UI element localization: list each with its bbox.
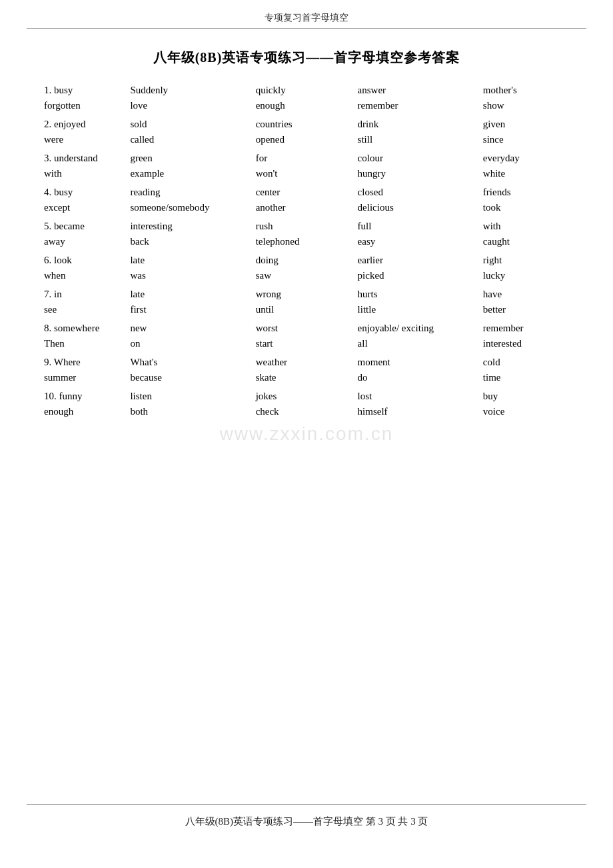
table-cell: enjoyable/ exciting <box>354 321 479 336</box>
table-cell: 8. somewhere <box>40 321 126 336</box>
table-cell: away <box>40 234 126 253</box>
table-cell: all <box>354 336 479 355</box>
table-cell: quickly <box>252 83 354 98</box>
header-text: 专项复习首字母填空 <box>265 13 348 23</box>
table-row: whenwassawpickedlucky <box>40 268 573 287</box>
table-cell: see <box>40 302 126 321</box>
table-cell: Then <box>40 336 126 355</box>
table-cell: with <box>40 166 126 185</box>
table-cell: 5. became <box>40 219 126 234</box>
footer-inner: 八年级(8B)英语专项练习——首字母填空 第 3 页 共 3 页 <box>27 804 586 828</box>
table-row: werecalledopenedstillsince <box>40 132 573 151</box>
table-cell: 7. in <box>40 287 126 302</box>
table-cell: 10. funny <box>40 389 126 404</box>
table-cell: enough <box>252 98 354 117</box>
footer-text: 八年级(8B)英语专项练习——首字母填空 第 3 页 共 3 页 <box>185 816 428 827</box>
table-cell: was <box>126 268 251 287</box>
table-cell: start <box>252 336 354 355</box>
table-cell: opened <box>252 132 354 151</box>
table-row: exceptsomeone/somebodyanotherdeliciousto… <box>40 200 573 219</box>
table-cell: another <box>252 200 354 219</box>
table-cell: 9. Where <box>40 355 126 370</box>
table-cell: 6. look <box>40 253 126 268</box>
table-cell: forgotten <box>40 98 126 117</box>
table-cell: caught <box>479 234 573 253</box>
table-row: 8. somewherenewworstenjoyable/ excitingr… <box>40 321 573 336</box>
table-cell: new <box>126 321 251 336</box>
table-cell: easy <box>354 234 479 253</box>
table-cell: sold <box>126 117 251 132</box>
table-row: withexamplewon'thungrywhite <box>40 166 573 185</box>
table-row: 5. becameinterestingrushfullwith <box>40 219 573 234</box>
table-cell: jokes <box>252 389 354 404</box>
table-cell: drink <box>354 117 479 132</box>
table-cell: late <box>126 253 251 268</box>
table-cell: summer <box>40 370 126 389</box>
table-row: enoughbothcheckhimselfvoice <box>40 404 573 423</box>
table-cell: because <box>126 370 251 389</box>
table-cell: doing <box>252 253 354 268</box>
table-cell: center <box>252 185 354 200</box>
table-cell: have <box>479 287 573 302</box>
table-cell: white <box>479 166 573 185</box>
table-row: forgottenloveenoughremembershow <box>40 98 573 117</box>
table-row: 9. WhereWhat'sweathermomentcold <box>40 355 573 370</box>
table-cell: example <box>126 166 251 185</box>
table-cell: lucky <box>479 268 573 287</box>
table-cell: countries <box>252 117 354 132</box>
table-cell: except <box>40 200 126 219</box>
table-cell: remember <box>479 321 573 336</box>
table-cell: called <box>126 132 251 151</box>
answer-table: 1. busySuddenlyquicklyanswermother'sforg… <box>40 83 573 423</box>
table-row: awaybacktelephonedeasycaught <box>40 234 573 253</box>
page-wrapper: 专项复习首字母填空 八年级(8B)英语专项练习——首字母填空参考答案 1. bu… <box>0 0 613 868</box>
footer-bar: 八年级(8B)英语专项练习——首字母填空 第 3 页 共 3 页 <box>0 804 613 828</box>
table-row: 3. understandgreenforcoloureveryday <box>40 151 573 166</box>
table-cell: What's <box>126 355 251 370</box>
table-cell: for <box>252 151 354 166</box>
table-cell: until <box>252 302 354 321</box>
table-cell: given <box>479 117 573 132</box>
table-cell: full <box>354 219 479 234</box>
table-cell: 3. understand <box>40 151 126 166</box>
table-cell: saw <box>252 268 354 287</box>
table-cell: both <box>126 404 251 423</box>
table-cell: rush <box>252 219 354 234</box>
table-row: summerbecauseskatedotime <box>40 370 573 389</box>
table-cell: check <box>252 404 354 423</box>
table-cell: voice <box>479 404 573 423</box>
table-cell: lost <box>354 389 479 404</box>
table-cell: time <box>479 370 573 389</box>
table-row: 7. inlatewronghurtshave <box>40 287 573 302</box>
table-cell: moment <box>354 355 479 370</box>
table-row: 1. busySuddenlyquicklyanswermother's <box>40 83 573 98</box>
table-cell: mother's <box>479 83 573 98</box>
table-cell: closed <box>354 185 479 200</box>
table-cell: everyday <box>479 151 573 166</box>
table-cell: on <box>126 336 251 355</box>
table-cell: colour <box>354 151 479 166</box>
table-cell: when <box>40 268 126 287</box>
table-cell: hurts <box>354 287 479 302</box>
table-cell: cold <box>479 355 573 370</box>
table-cell: first <box>126 302 251 321</box>
table-cell: back <box>126 234 251 253</box>
table-cell: 2. enjoyed <box>40 117 126 132</box>
table-cell: right <box>479 253 573 268</box>
table-row: seefirstuntillittlebetter <box>40 302 573 321</box>
table-cell: listen <box>126 389 251 404</box>
table-cell: reading <box>126 185 251 200</box>
table-cell: still <box>354 132 479 151</box>
table-row: 4. busyreadingcenterclosedfriends <box>40 185 573 200</box>
table-cell: won't <box>252 166 354 185</box>
table-cell: weather <box>252 355 354 370</box>
table-row: Thenonstartallinterested <box>40 336 573 355</box>
table-cell: telephoned <box>252 234 354 253</box>
table-cell: interesting <box>126 219 251 234</box>
table-cell: with <box>479 219 573 234</box>
table-cell: skate <box>252 370 354 389</box>
table-cell: worst <box>252 321 354 336</box>
page-title: 八年级(8B)英语专项练习——首字母填空参考答案 <box>40 49 573 67</box>
main-content: 八年级(8B)英语专项练习——首字母填空参考答案 1. busySuddenly… <box>0 29 613 463</box>
table-cell: 4. busy <box>40 185 126 200</box>
